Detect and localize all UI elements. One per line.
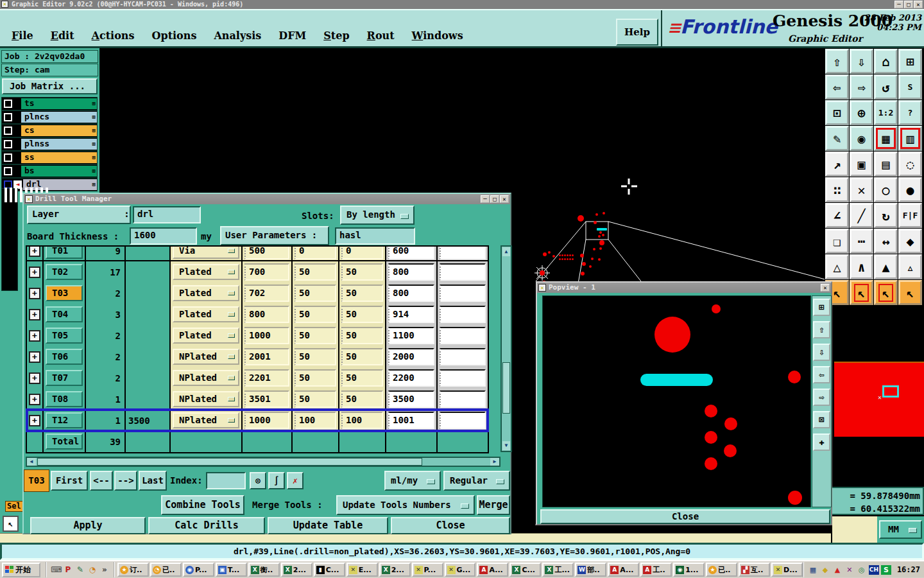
s-route-button[interactable]: S (898, 74, 922, 100)
layer-visibility-checkbox[interactable] (4, 127, 12, 135)
zoom-in-button[interactable]: ⇧ (825, 49, 849, 74)
drill-type-dropdown[interactable]: NPlated (173, 412, 239, 428)
minus-tolerance-field[interactable]: 50 (341, 306, 383, 323)
table-vertical-scrollbar[interactable]: ▲ ▼ (501, 245, 512, 452)
closed-point-button[interactable]: ● (898, 177, 922, 202)
first-button[interactable]: First (51, 471, 88, 491)
add-tool-icon[interactable]: + (29, 415, 40, 426)
select-net-button[interactable]: ↖ (898, 280, 922, 305)
merge-button[interactable]: Merge (477, 495, 510, 515)
scroll-right-icon[interactable]: ▶ (490, 458, 499, 466)
highlight-tool-button[interactable]: ⊙ (250, 472, 266, 489)
minus-tolerance-field[interactable]: 50 (341, 327, 383, 344)
help-query-button[interactable]: ? (898, 100, 922, 125)
minus-tolerance-field[interactable]: 0 (341, 247, 383, 259)
menu-actions[interactable]: Actions (92, 30, 135, 42)
popview-copy-window-button[interactable]: ⊞ (813, 299, 830, 316)
drill-type-dropdown[interactable]: Plated (173, 328, 239, 344)
taskbar-item[interactable]: ✕ P... (412, 563, 443, 577)
zoom-center-button[interactable]: ⊕ (850, 100, 873, 125)
menu-rout[interactable]: Rout (367, 30, 395, 42)
tool-number-button[interactable]: T06 (46, 349, 83, 365)
add-tool-icon[interactable]: + (29, 330, 40, 342)
scroll-up-icon[interactable]: ▲ (502, 247, 510, 256)
popview-pan-left-button[interactable]: ⇦ (813, 366, 830, 383)
drill-type-dropdown[interactable]: NPlated (173, 391, 239, 407)
taskbar-item[interactable]: ▞ 互.. (739, 563, 770, 577)
drill-size-field[interactable]: 1000 (244, 327, 289, 344)
menu-file[interactable]: File (12, 30, 33, 42)
finish-size-field[interactable]: 1100 (388, 327, 434, 344)
plus-tolerance-field[interactable]: 100 (295, 412, 336, 429)
layer-visibility-checkbox[interactable] (4, 153, 12, 162)
taskbar-item[interactable]: W 部.. (575, 563, 606, 577)
drill-size-field[interactable]: 800 (244, 306, 289, 323)
popview-close-action-button[interactable]: Close (540, 509, 830, 524)
layer-checkbox[interactable] (15, 188, 17, 202)
quick-launch-pdf-icon[interactable]: P (63, 565, 73, 575)
tool-number-button[interactable]: T01 (46, 247, 83, 259)
scrollbar-thumb[interactable] (37, 458, 422, 466)
taskbar-item[interactable]: A 工.. (640, 563, 672, 577)
triangle-small-button[interactable]: ▵ (898, 254, 922, 279)
calc-drills-button[interactable]: Calc Drills (148, 517, 265, 534)
slots-dropdown[interactable]: By length (340, 206, 415, 225)
extra-size-field[interactable] (440, 306, 486, 323)
sort-tools-button[interactable]: ∫ (268, 472, 285, 489)
taskbar-item[interactable]: ▮ C... (314, 563, 345, 577)
layer-visibility-checkbox[interactable] (4, 167, 12, 175)
mirror-tool-button[interactable]: F|F (898, 203, 922, 228)
close-button[interactable]: ✕ (914, 1, 923, 8)
tray-display-icon[interactable]: ▦ (808, 565, 818, 575)
dashed-line-button[interactable]: ┅ (850, 229, 873, 254)
taskbar-item[interactable]: ✕ G... (445, 563, 476, 577)
home-view-button[interactable]: ⌂ (874, 49, 898, 74)
taskbar-item[interactable]: A A... (608, 563, 639, 577)
tool-number-button[interactable]: T04 (46, 306, 83, 322)
drill-type-dropdown[interactable]: Plated (173, 306, 239, 322)
chevron-tool-button[interactable]: ∧ (850, 254, 873, 279)
drill-type-dropdown[interactable]: Plated (173, 264, 239, 280)
quick-launch-editor-icon[interactable]: ✎ (75, 565, 85, 575)
units-dropdown[interactable]: MM (879, 520, 922, 539)
drill-type-dropdown[interactable]: Plated (173, 285, 239, 301)
tray-ime-icon[interactable]: ◆ (820, 565, 830, 575)
taskbar-item[interactable]: ◉ 1... (673, 563, 705, 577)
drill-size-field[interactable]: 500 (244, 247, 289, 259)
dialog-minimize-button[interactable]: ─ (481, 195, 490, 203)
scale-ratio-button[interactable]: 1:2 (874, 100, 898, 125)
tray-app-icon[interactable]: ✕ (844, 565, 855, 575)
rotate-tool-button[interactable]: ↻ (874, 203, 898, 228)
extra-size-field[interactable] (440, 348, 486, 365)
prev-button[interactable]: <-- (90, 471, 113, 491)
taskbar-item[interactable]: X C... (509, 563, 541, 577)
drill-size-field[interactable]: 3501 (244, 390, 289, 408)
popview-titlebar[interactable]: ✕ Popview - 1 ✕ (537, 283, 831, 293)
popview-center-button[interactable]: ✚ (813, 434, 830, 451)
finish-size-field[interactable]: 800 (388, 263, 434, 281)
scroll-down-icon[interactable]: ▼ (502, 441, 510, 450)
popview-zoom-in-button[interactable]: ⇧ (813, 321, 830, 338)
drill-size-field[interactable]: 1000 (244, 412, 289, 429)
split-view-button[interactable]: ⊞ (898, 49, 922, 74)
layer-row-plnss[interactable]: ◄ plnss⊞ (1, 137, 98, 151)
layer-checkbox[interactable] (10, 188, 12, 202)
extra-size-field[interactable] (440, 285, 486, 302)
add-tool-icon[interactable]: + (29, 351, 40, 363)
board-thickness-field[interactable]: 1600 (130, 227, 197, 245)
dialog-close-action-button[interactable]: Close (391, 517, 510, 534)
taskbar-item[interactable]: ✕ D... (771, 563, 803, 577)
extra-size-field[interactable] (440, 327, 486, 344)
tray-sync-icon[interactable]: ◎ (857, 565, 867, 575)
delete-item-button[interactable]: ✕ (850, 177, 873, 202)
add-tool-icon[interactable]: + (29, 372, 40, 384)
layer-row-bs[interactable]: ◄ bs⊞ (1, 164, 98, 178)
plus-tolerance-field[interactable]: 50 (295, 390, 336, 408)
drill-size-field[interactable]: 702 (244, 285, 289, 302)
open-point-button[interactable]: ○ (874, 177, 898, 202)
ruler-measure-button[interactable]: ▤ (874, 152, 898, 177)
merge-option-dropdown[interactable]: Update Tools Numbers (336, 495, 475, 515)
triangle-filled-button[interactable]: ▲ (874, 254, 898, 279)
surface-tool-button[interactable]: ◆ (898, 229, 922, 254)
select-poly-button[interactable]: ↖ (874, 280, 898, 305)
